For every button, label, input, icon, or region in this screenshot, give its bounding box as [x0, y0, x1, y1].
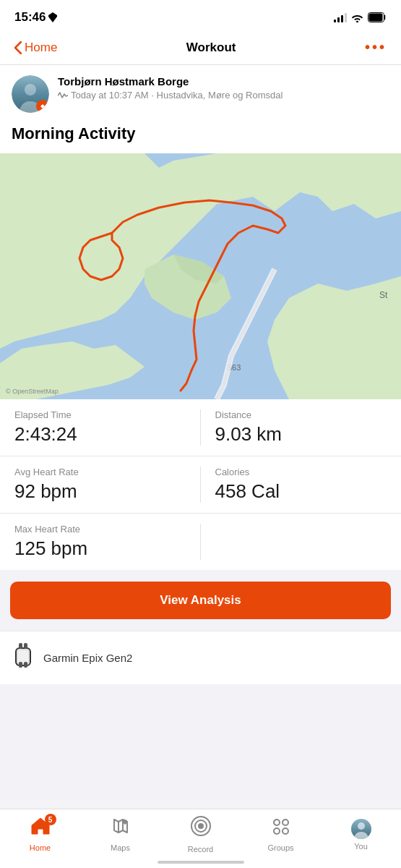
nav-item-you[interactable]: You: [340, 819, 383, 851]
svg-point-25: [358, 822, 365, 830]
record-svg: [190, 815, 212, 837]
stat-elapsed-time: Elapsed Time 2:43:24: [0, 399, 201, 456]
strava-chevron-icon: [39, 103, 46, 110]
signal-icon: [334, 13, 347, 22]
svg-text:© OpenStreetMap: © OpenStreetMap: [6, 388, 59, 395]
nav-item-record[interactable]: Record: [179, 815, 223, 854]
maps-icon: [111, 817, 130, 841]
profile-name: Torbjørn Høstmark Borge: [58, 75, 389, 88]
svg-rect-2: [369, 14, 383, 22]
you-avatar-svg: [351, 819, 371, 839]
svg-point-20: [198, 823, 204, 829]
svg-rect-13: [19, 662, 22, 668]
groups-svg: [271, 817, 291, 835]
avg-hr-value: 92 bpm: [14, 480, 186, 503]
wifi-icon: [351, 13, 363, 22]
svg-point-24: [283, 828, 288, 834]
nav-bar: Home Workout •••: [0, 32, 401, 65]
svg-rect-11: [19, 643, 22, 649]
maps-label: Maps: [111, 843, 130, 852]
nav-title: Workout: [186, 41, 236, 55]
elapsed-time-value: 2:43:24: [14, 423, 186, 446]
nav-item-home[interactable]: 5 Home: [19, 817, 62, 852]
avatar-badge: [36, 100, 49, 113]
svg-rect-10: [17, 650, 29, 664]
map-container[interactable]: 663 Farstad St © OpenStreetMap: [0, 153, 401, 399]
max-hr-value: 125 bpm: [14, 537, 186, 560]
stats-section: Elapsed Time 2:43:24 Distance 9.03 km Av…: [0, 399, 401, 570]
svg-point-0: [356, 20, 358, 22]
battery-icon: [368, 12, 387, 22]
stat-distance: Distance 9.03 km: [201, 399, 402, 456]
home-badge: 5: [45, 814, 56, 825]
more-button[interactable]: •••: [365, 39, 387, 56]
watch-icon: [13, 643, 33, 673]
device-name: Garmin Epix Gen2: [43, 652, 132, 664]
activity-icon: [58, 91, 68, 100]
activity-title: Morning Activity: [0, 122, 401, 153]
svg-point-22: [283, 820, 288, 825]
back-button[interactable]: Home: [14, 41, 57, 55]
calories-label: Calories: [215, 467, 387, 477]
bottom-nav: 5 Home Maps Record: [0, 809, 401, 868]
status-icons: [334, 12, 387, 22]
map-svg: 663 Farstad St © OpenStreetMap: [0, 153, 401, 399]
svg-rect-12: [24, 643, 27, 649]
maps-svg: [111, 817, 130, 835]
groups-label: Groups: [267, 843, 293, 852]
status-bar: 15:46: [0, 0, 401, 32]
stats-row-3: Max Heart Rate 125 bpm: [0, 514, 401, 570]
distance-label: Distance: [215, 409, 387, 420]
stat-empty: [201, 514, 402, 570]
you-label: You: [354, 842, 368, 851]
stats-row-2: Avg Heart Rate 92 bpm Calories 458 Cal: [0, 456, 401, 514]
record-label: Record: [188, 845, 213, 854]
chevron-left-icon: [14, 41, 22, 54]
back-label: Home: [25, 41, 57, 55]
record-icon: [190, 815, 212, 842]
home-icon: 5: [30, 817, 51, 841]
avatar: [12, 75, 49, 113]
stat-calories: Calories 458 Cal: [201, 456, 402, 513]
stat-max-hr: Max Heart Rate 125 bpm: [0, 514, 201, 570]
stat-avg-hr: Avg Heart Rate 92 bpm: [0, 456, 201, 513]
view-analysis-button[interactable]: View Analysis: [10, 582, 391, 619]
status-time: 15:46: [14, 10, 57, 25]
device-section: Garmin Epix Gen2: [0, 631, 401, 684]
nav-item-maps[interactable]: Maps: [99, 817, 142, 852]
watch-svg: [13, 643, 33, 668]
calories-value: 458 Cal: [215, 480, 387, 503]
distance-value: 9.03 km: [215, 423, 387, 446]
home-label: Home: [30, 843, 51, 852]
svg-text:St: St: [379, 290, 388, 300]
profile-info: Torbjørn Høstmark Borge Today at 10:37 A…: [58, 75, 389, 101]
svg-rect-14: [24, 662, 27, 668]
groups-icon: [271, 817, 291, 841]
profile-section: Torbjørn Høstmark Borge Today at 10:37 A…: [0, 65, 401, 122]
elapsed-time-label: Elapsed Time: [14, 409, 186, 420]
stats-row-1: Elapsed Time 2:43:24 Distance 9.03 km: [0, 399, 401, 456]
you-icon: [351, 819, 371, 839]
profile-meta: Today at 10:37 AM · Hustadvika, Møre og …: [58, 90, 389, 101]
max-hr-label: Max Heart Rate: [14, 524, 186, 535]
time-display: 15:46: [14, 10, 46, 25]
profile-meta-text: Today at 10:37 AM · Hustadvika, Møre og …: [71, 90, 283, 101]
nav-item-groups[interactable]: Groups: [259, 817, 303, 852]
svg-point-3: [25, 84, 36, 95]
location-icon: [48, 12, 57, 22]
avg-hr-label: Avg Heart Rate: [14, 467, 186, 477]
svg-point-23: [274, 828, 280, 834]
svg-point-21: [274, 820, 280, 825]
home-indicator: [158, 861, 244, 864]
